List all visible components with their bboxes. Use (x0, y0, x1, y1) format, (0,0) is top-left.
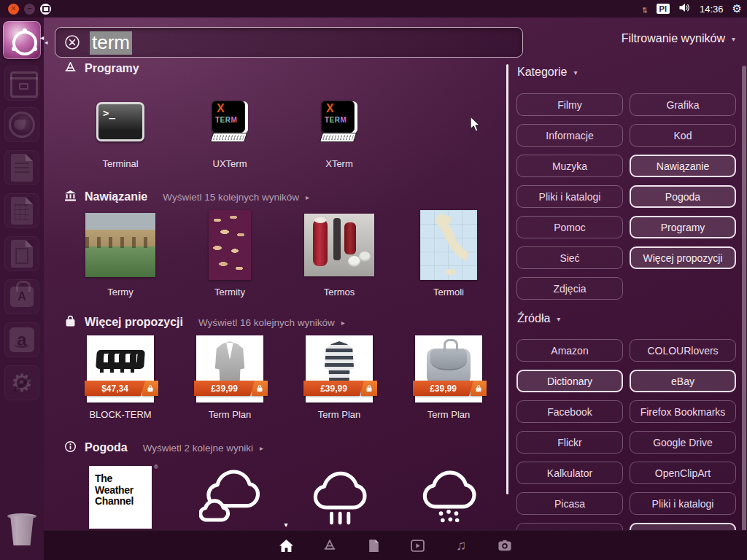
filter-category-programy[interactable]: Programy (630, 216, 736, 238)
filter-source-openclipart[interactable]: OpenClipArt (630, 462, 736, 484)
categories-header[interactable]: Kategorie▾ (517, 66, 578, 79)
info-icon (64, 440, 77, 456)
session-gear-icon[interactable]: ⚙ (732, 2, 742, 15)
filter-results-toggle[interactable]: Filtrowanie wyników▾ (622, 32, 735, 45)
launcher-item-calc[interactable] (4, 193, 39, 228)
result-term-plan-2[interactable]: £39,99 Term Plan (285, 335, 394, 420)
filter-source-dictionary[interactable]: Dictionary (516, 370, 623, 392)
filter-category-wiecej-propozycji[interactable]: Więcej propozycji (630, 246, 736, 269)
show-more-results-link[interactable]: Wyświetl 16 kolejnych wyników▸ (198, 317, 345, 328)
launcher-item-writer[interactable] (4, 150, 39, 185)
filter-source-colourlovers[interactable]: COLOURlovers (630, 339, 736, 362)
filter-source-ebay[interactable]: eBay (630, 370, 736, 392)
result-weather-cloudy[interactable] (175, 462, 285, 532)
result-block-term[interactable]: $47,34 BLOCK-TERM (66, 335, 175, 420)
price-ribbon: £39,99 (413, 381, 487, 396)
more-arrow-icon: ▸ (341, 319, 345, 327)
filter-category-nawiazanie[interactable]: Nawiązanie (630, 155, 736, 177)
more-arrow-icon: ▸ (260, 444, 263, 452)
uxterm-icon: X TERM (209, 101, 250, 143)
filter-source-firefox-bookmarks[interactable]: Firefox Bookmarks (630, 400, 736, 423)
launcher: A a ⚙ (0, 18, 44, 560)
filter-source-facebook[interactable]: Facebook (516, 400, 623, 423)
clock[interactable]: 14:36 (700, 4, 724, 15)
price-ribbon: £39,99 (194, 381, 268, 396)
filter-category-pliki-i-katalogi[interactable]: Pliki i katalogi (516, 185, 623, 208)
close-icon[interactable]: × (8, 4, 19, 15)
filter-source-picasa[interactable]: Picasa (516, 492, 623, 515)
search-text: term (90, 31, 132, 54)
launcher-item-software[interactable]: A (4, 279, 39, 314)
search-input[interactable]: term (55, 27, 523, 58)
chevron-down-icon: ▾ (557, 315, 560, 323)
indicator-area: ↑↓ Pl 14:36 ⚙ (642, 2, 747, 15)
filter-source-pliki-i-katalogi[interactable]: Pliki i katalogi (630, 492, 736, 515)
lens-video-icon[interactable] (395, 531, 439, 560)
launcher-item-impress[interactable] (4, 236, 39, 271)
lens-home-icon[interactable]: ▾ (264, 531, 308, 560)
lens-photos-icon[interactable] (483, 531, 527, 560)
buy-bag-icon (252, 381, 268, 396)
filter-source-google-drive[interactable]: Google Drive (630, 431, 736, 454)
filter-category-pomoc[interactable]: Pomoc (516, 216, 623, 238)
show-more-results-link[interactable]: Wyświetl 15 kolejnych wyników▸ (163, 192, 309, 203)
firefox-icon (9, 112, 35, 138)
volume-icon[interactable] (678, 2, 691, 15)
xterm-icon: X TERM (319, 101, 360, 143)
lens-music-icon[interactable]: ♫ (439, 531, 483, 560)
filter-source-amazon[interactable]: Amazon (516, 339, 623, 362)
termity-thumbnail (209, 210, 251, 280)
filter-category-muzyka[interactable]: Muzyka (516, 155, 623, 177)
filter-panel: Filtrowanie wyników▾ Kategorie▾ Filmy Gr… (511, 18, 747, 531)
term-plan-thumbnail: £39,99 (196, 335, 263, 402)
filter-category-pogoda[interactable]: Pogoda (630, 185, 736, 208)
active-lens-marker: ▾ (284, 521, 287, 529)
launcher-item-amazon[interactable]: a (4, 322, 39, 357)
filter-source-flickr[interactable]: Flickr (516, 431, 623, 454)
filter-category-informacje[interactable]: Informacje (516, 124, 623, 147)
filter-category-siec[interactable]: Sieć (516, 246, 623, 269)
lens-applications-icon[interactable] (308, 531, 352, 560)
filter-category-kod[interactable]: Kod (630, 124, 736, 147)
launcher-item-settings[interactable]: ⚙ (4, 365, 39, 400)
filter-category-grafika[interactable]: Grafika (630, 93, 736, 116)
filter-panel-scrollbar[interactable] (742, 66, 746, 531)
results-scrollbar[interactable] (506, 64, 508, 494)
buy-bag-icon (361, 381, 377, 396)
filter-category-filmy[interactable]: Filmy (516, 93, 623, 116)
filter-source-kalkulator[interactable]: Kalkulator (516, 462, 623, 484)
selected-text: term (90, 31, 132, 55)
result-termoli[interactable]: Termoli (394, 210, 503, 298)
result-xterm[interactable]: X TERM XTerm (285, 96, 394, 169)
result-weather-snow[interactable] (394, 462, 503, 532)
result-term-plan-1[interactable]: £39,99 Term Plan (175, 335, 285, 420)
network-arrows-icon[interactable]: ↑↓ (642, 4, 648, 15)
sources-header[interactable]: Źródła▾ (517, 312, 560, 325)
filter-category-zdjecia[interactable]: Zdjęcia (516, 277, 623, 300)
clear-search-icon[interactable] (64, 34, 80, 50)
result-uxterm[interactable]: X TERM UXTerm (175, 96, 285, 169)
result-weather-channel[interactable]: ® The Weather Channel (66, 462, 175, 532)
result-termity[interactable]: Termity (175, 210, 285, 298)
keyboard-layout-indicator[interactable]: Pl (657, 4, 670, 14)
show-more-results-link[interactable]: Wyświetl 2 kolejne wyniki▸ (143, 443, 263, 454)
section-title: Pogoda (85, 441, 128, 454)
buy-bag-icon (471, 381, 487, 396)
ubuntu-dash-button[interactable] (3, 21, 41, 59)
lens-files-icon[interactable] (352, 531, 395, 560)
reference-bank-icon (64, 190, 77, 205)
result-termy[interactable]: Termy (66, 210, 175, 298)
result-termos[interactable]: Termos (285, 210, 394, 298)
result-term-plan-3[interactable]: £39,99 Term Plan (394, 335, 503, 420)
result-weather-rain[interactable] (285, 462, 394, 532)
launcher-item-files[interactable] (4, 66, 39, 101)
snow-cloud-icon (418, 467, 479, 528)
maximize-icon[interactable] (40, 4, 51, 15)
buy-bag-icon (142, 381, 158, 396)
minimize-icon[interactable]: – (24, 4, 35, 15)
result-terminal[interactable]: >_ Terminal (66, 96, 175, 169)
launcher-item-firefox[interactable] (4, 107, 39, 142)
lens-bar: ▾ ♫ (44, 530, 747, 560)
launcher-item-trash[interactable] (9, 510, 35, 545)
chevron-down-icon: ▾ (574, 69, 578, 77)
